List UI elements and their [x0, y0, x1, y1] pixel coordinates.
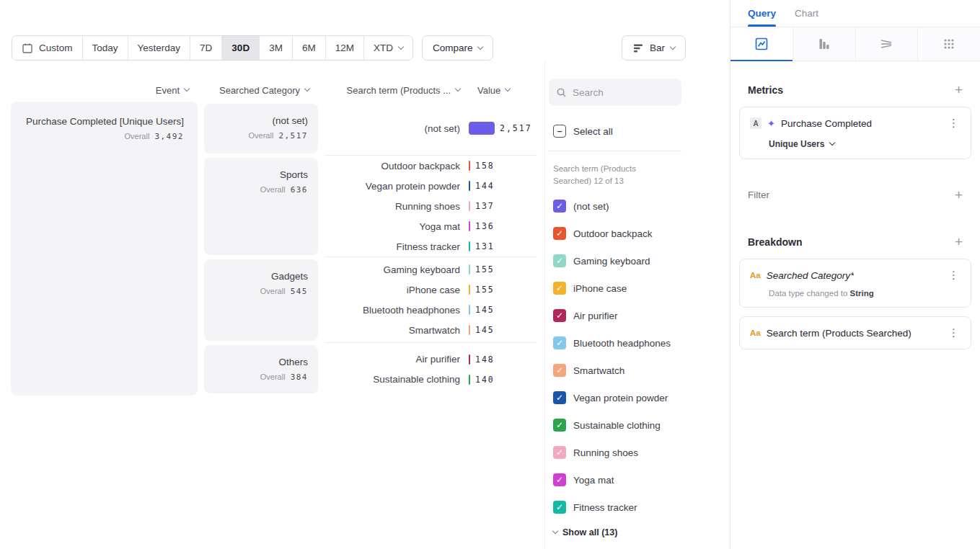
legend-item[interactable]: ✓ Gaming keyboard: [549, 247, 730, 274]
legend-item[interactable]: ✓ Outdoor backpack: [549, 220, 730, 247]
breakdown-menu-icon[interactable]: ⋮: [947, 326, 961, 339]
select-all-row[interactable]: – Select all: [553, 121, 730, 141]
event-card[interactable]: Purchase Completed [Unique Users] Overal…: [11, 102, 198, 396]
term-row[interactable]: iPhone case 155: [325, 280, 537, 300]
measure-dropdown[interactable]: Unique Users: [769, 139, 961, 149]
add-breakdown-button[interactable]: +: [955, 235, 963, 249]
legend-item-label: Air purifier: [573, 311, 618, 321]
compare-button[interactable]: Compare: [422, 35, 494, 61]
tab-chart[interactable]: Chart: [795, 0, 818, 27]
legend-item[interactable]: ✓ Running shoes: [549, 439, 730, 466]
term-label: Fitness tracker: [325, 241, 460, 252]
tab-funnels[interactable]: [793, 27, 856, 61]
term-row[interactable]: Bluetooth headphones 145: [325, 300, 537, 320]
checkbox-checked[interactable]: ✓: [553, 446, 566, 459]
term-label: Running shoes: [325, 201, 460, 212]
checkbox-checked[interactable]: ✓: [553, 473, 566, 486]
checkbox-checked[interactable]: ✓: [553, 364, 566, 377]
legend-item[interactable]: ✓ Yoga mat: [549, 466, 730, 494]
metrics-section: Metrics + A ✦ Purchase Completed ⋮ Uniqu…: [730, 83, 980, 159]
column-header-category[interactable]: Searched Category: [204, 85, 318, 96]
insights-chart-icon: [754, 37, 769, 51]
value-cell: 2,517: [469, 122, 537, 135]
chart-type-button[interactable]: Bar: [622, 35, 686, 61]
category-card[interactable]: Gadgets Overall545: [204, 259, 318, 341]
category-group-gadgets: Gadgets Overall545 Gaming keyboard: [204, 257, 537, 343]
term-row[interactable]: Smartwatch 145: [325, 320, 537, 340]
checkbox-checked[interactable]: ✓: [553, 391, 566, 404]
checkbox-checked[interactable]: ✓: [553, 200, 566, 213]
date-range-6m[interactable]: 6M: [292, 36, 325, 60]
date-range-yesterday[interactable]: Yesterday: [128, 36, 190, 60]
tab-more-reports[interactable]: [918, 27, 980, 61]
tab-insights[interactable]: [730, 27, 793, 61]
legend-item[interactable]: ✓ Sustainable clothing: [549, 411, 730, 439]
legend-item-label: Outdoor backpack: [573, 228, 653, 239]
date-range-custom[interactable]: Custom: [12, 36, 82, 60]
report-area: Custom Today Yesterday 7D 30D 3M 6M 12M …: [0, 0, 730, 549]
column-headers: Event Searched Category Search term (Pro…: [11, 81, 537, 99]
legend-item[interactable]: ✓ Vegan protein powder: [549, 384, 730, 411]
category-card[interactable]: Sports Overall636: [204, 158, 318, 255]
add-metric-button[interactable]: +: [955, 83, 963, 97]
legend-item[interactable]: ✓ (not set): [549, 192, 730, 220]
value-number: 148: [475, 354, 495, 365]
checkbox-checked[interactable]: ✓: [553, 419, 566, 432]
column-header-value[interactable]: Value: [469, 85, 537, 96]
event-sparkle-icon: ✦: [767, 118, 775, 129]
breakdown-menu-icon[interactable]: ⋮: [947, 269, 961, 282]
checkbox-checked[interactable]: ✓: [553, 336, 566, 349]
legend-subtitle: Search term (Products Searched) 12 of 13: [553, 163, 661, 187]
legend-item[interactable]: ✓ Smartwatch: [549, 357, 730, 384]
date-range-xtd[interactable]: XTD: [363, 36, 412, 60]
date-range-12m[interactable]: 12M: [325, 36, 363, 60]
term-row[interactable]: Fitness tracker 131: [325, 236, 537, 256]
select-all-label: Select all: [573, 126, 613, 137]
legend-item[interactable]: ✓ Air purifier: [549, 302, 730, 329]
term-row[interactable]: Yoga mat 136: [325, 216, 537, 236]
date-range-today[interactable]: Today: [82, 36, 128, 60]
value-number: 140: [475, 375, 495, 385]
term-row[interactable]: Outdoor backpack 158: [325, 156, 537, 176]
checkbox-checked[interactable]: ✓: [553, 501, 566, 514]
breakdown-card-searched-category[interactable]: Aa Searched Category* ⋮ Data type change…: [739, 259, 971, 308]
term-row[interactable]: (not set) 2,517: [325, 118, 537, 138]
term-row[interactable]: Sustainable clothing 140: [325, 370, 537, 390]
legend-item[interactable]: ✓ Bluetooth headphones: [549, 329, 730, 357]
flows-icon: [879, 37, 893, 51]
date-range-7d[interactable]: 7D: [190, 36, 221, 60]
category-card[interactable]: Others Overall384: [204, 345, 318, 393]
breakdown-card-search-term[interactable]: Aa Search term (Products Searched) ⋮: [739, 316, 971, 349]
column-header-search-term[interactable]: Search term (Products ...: [325, 85, 460, 96]
category-card[interactable]: (not set) Overall2,517: [204, 104, 318, 153]
metric-menu-icon[interactable]: ⋮: [947, 117, 961, 130]
add-filter-button[interactable]: +: [955, 188, 963, 202]
legend-item[interactable]: ✓ iPhone case: [549, 274, 730, 302]
term-row[interactable]: Vegan protein powder 144: [325, 176, 537, 196]
checkbox-checked[interactable]: ✓: [553, 254, 566, 267]
term-row[interactable]: Gaming keyboard 155: [325, 259, 537, 280]
legend-item-label: iPhone case: [573, 283, 627, 294]
tab-query[interactable]: Query: [748, 0, 776, 27]
checkbox-checked[interactable]: ✓: [553, 309, 566, 322]
panel-tabs: Query Chart: [730, 0, 980, 27]
category-groups: (not set) Overall2,517 (not set): [204, 102, 537, 396]
segment-label: Custom: [39, 43, 73, 53]
search-input[interactable]: [573, 87, 674, 98]
value-number: 145: [475, 325, 495, 335]
date-range-30d[interactable]: 30D: [221, 36, 259, 60]
legend-item[interactable]: ✓ Fitness tracker: [549, 494, 730, 521]
tab-flows[interactable]: [856, 27, 919, 61]
checkbox-checked[interactable]: ✓: [553, 227, 566, 240]
checkbox-checked[interactable]: ✓: [553, 282, 566, 295]
column-header-event[interactable]: Event: [11, 85, 198, 96]
select-all-checkbox[interactable]: –: [553, 125, 566, 138]
legend-search[interactable]: [549, 79, 681, 106]
term-row[interactable]: Running shoes 137: [325, 196, 537, 216]
term-row[interactable]: Air purifier 148: [325, 349, 537, 370]
date-range-3m[interactable]: 3M: [259, 36, 292, 60]
show-all-button[interactable]: Show all (13): [553, 524, 730, 541]
value-number: 131: [475, 241, 495, 251]
metric-card[interactable]: A ✦ Purchase Completed ⋮ Unique Users: [739, 107, 971, 159]
term-label: Smartwatch: [325, 325, 460, 336]
